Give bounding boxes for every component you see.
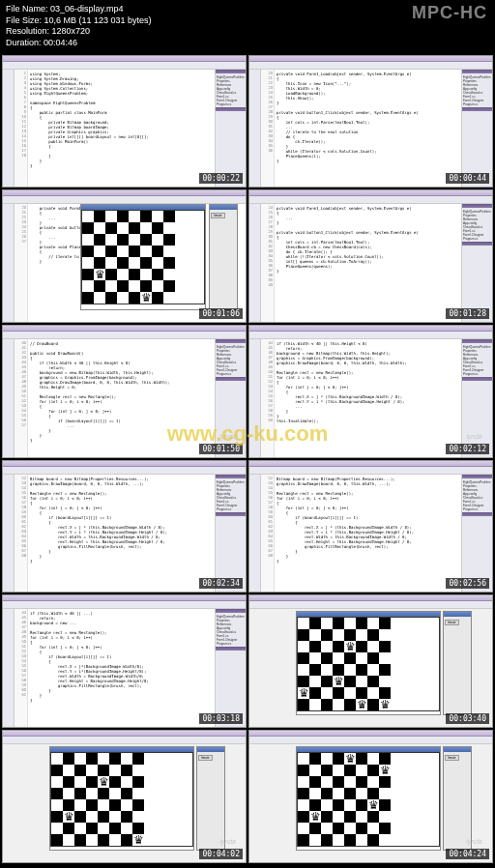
control-panel: Iterate [209,204,238,310]
thumbnail-9[interactable]: ♛♛♛♛♛♛♛♛ Iterate 00:03:40 [248,594,493,728]
chessboard: ♛♛♛♛♛♛♛♛ [81,210,205,304]
vs-toolbar [3,62,246,70]
iterate-button[interactable]: Iterate [211,213,225,218]
timestamp: 00:02:56 [446,578,489,589]
vs-toolbar [3,332,246,339]
timestamp: 00:01:06 [199,308,243,319]
vs-toolbar [3,467,246,475]
vs-toolbar [249,467,492,475]
timestamp: 00:02:34 [199,578,243,589]
timestamp: 00:01:50 [199,444,243,454]
thumbnail-11[interactable]: ♛♛♛♛♛♛♛♛ Iterate lynda 00:04:24 [248,730,493,863]
vs-toolbox [249,204,261,322]
thumbnail-1[interactable]: 2021222324252627282930313233343536 priva… [248,55,493,188]
media-info-header: MPC-HC File Name: 03_06-display.mp4 File… [0,0,495,53]
solution-explorer: EightQueensProblem Properties References… [461,475,492,593]
vs-toolbox [3,204,15,322]
code-editor[interactable]: using System; using System.Drawing; usin… [28,70,215,188]
line-numbers: 404142434445464748495051525354555657 [15,339,28,457]
line-numbers: 4445464748495051525354555657585960 [261,339,275,457]
chess-form-window: ♛♛♛♛♛♛♛♛ [296,746,441,851]
timestamp: 00:00:44 [446,173,489,184]
vs-toolbar [3,601,246,609]
timestamp: 00:03:18 [199,713,243,724]
vs-toolbar [249,737,492,744]
lynda-watermark: lynda [219,838,236,845]
vs-toolbox [3,70,15,188]
chess-form-window: ♛♛♛♛♛♛♛♛ [296,611,441,715]
code-editor[interactable]: if (this.Width < 40 || this.Height < 8) … [275,339,461,457]
thumbnail-8[interactable]: 444546474849505152535455565758596061 if … [2,594,247,728]
thumbnail-7[interactable]: 5253545556575859606162636465666768 Bitma… [248,460,493,593]
code-editor[interactable]: Bitmap board = new Bitmap(Properties.Res… [275,475,461,593]
line-numbers: 2425262728293031323334353637383940 [261,204,275,322]
vs-toolbar [249,196,492,204]
vs-toolbar [3,737,246,744]
line-numbers: 2021222324252627282930313233343536 [261,70,275,188]
resolution-label: Resolution: 1280x720 [6,26,489,38]
vs-toolbox [249,339,261,457]
chess-form-window: ♛♛♛♛♛♛♛♛ [49,746,194,851]
code-editor[interactable]: private void Form1_Load(object sender, S… [275,204,461,322]
iterate-button[interactable]: Iterate [445,620,459,625]
timestamp: 00:02:12 [446,444,489,454]
code-editor[interactable]: private void Form1_Load(object sender, S… [275,70,461,188]
thumbnail-3[interactable]: 2425262728293031323334353637383940 priva… [248,189,493,323]
player-logo: MPC-HC [412,2,487,24]
control-panel: Iterate [443,611,472,715]
line-numbers: 123456789101112131415161718 [15,70,28,188]
timestamp: 00:00:22 [199,173,243,184]
lynda-watermark: lynda [466,838,482,845]
thumbnail-0[interactable]: 123456789101112131415161718 using System… [2,55,247,188]
line-numbers: 444546474849505152535455565758596061 [15,609,28,727]
solution-explorer: EightQueensProblem Properties References… [215,70,246,188]
thumbnail-grid: 123456789101112131415161718 using System… [0,53,495,865]
timestamp: 00:04:24 [446,849,489,859]
iterate-button[interactable]: Iterate [198,755,213,761]
chessboard: ♛♛♛♛♛♛♛♛ [297,617,440,711]
control-panel: Iterate [443,746,472,851]
vs-toolbar [249,332,492,339]
thumbnail-2[interactable]: 2021222324252627 private void Form1_Load… [2,189,247,323]
thumbnail-6[interactable]: 5253545556575859606162636465666768 Bitma… [2,460,247,593]
vs-toolbar [249,601,492,609]
line-numbers: 5253545556575859606162636465666768 [261,475,275,593]
lynda-watermark: lynda [219,433,236,440]
thumbnail-4[interactable]: 404142434445464748495051525354555657 // … [2,325,247,458]
solution-explorer: EightQueensProblem Properties References… [461,204,492,322]
solution-explorer: EightQueensProblem Properties References… [215,475,246,593]
vs-toolbar [249,62,492,70]
vs-toolbox [249,70,261,188]
chessboard: ♛♛♛♛♛♛♛♛ [50,752,193,847]
solution-explorer: EightQueensProblem Properties References… [461,70,492,188]
chess-form-window: ♛♛♛♛♛♛♛♛ [80,204,206,310]
thumbnail-10[interactable]: ♛♛♛♛♛♛♛♛ Iterate lynda 00:04:02 [2,730,247,863]
timestamp: 00:04:02 [199,849,243,859]
lynda-watermark: lynda [466,433,482,440]
thumbnail-5[interactable]: 4445464748495051525354555657585960 if (t… [248,325,493,458]
solution-explorer: EightQueensProblem Properties References… [215,609,246,727]
iterate-button[interactable]: Iterate [445,755,459,761]
code-editor[interactable]: Bitmap board = new Bitmap(Properties.Res… [28,475,215,593]
control-panel: Iterate [196,746,225,851]
chessboard: ♛♛♛♛♛♛♛♛ [297,752,440,847]
line-numbers: 5253545556575859606162636465666768 [15,475,28,593]
vs-toolbox [3,475,15,593]
line-numbers: 2021222324252627 [15,204,28,322]
vs-toolbox [3,609,15,727]
duration-label: Duration: 00:04:46 [6,38,489,49]
code-editor[interactable]: if (this.Width < 40 || ...) return; back… [28,609,215,727]
vs-toolbox [3,339,15,457]
code-editor[interactable]: // DrawBoard public void DrawBoard() { i… [28,339,215,457]
timestamp: 00:01:28 [446,308,489,319]
timestamp: 00:03:40 [446,713,489,724]
vs-toolbar [3,196,246,204]
vs-toolbox [249,475,261,593]
